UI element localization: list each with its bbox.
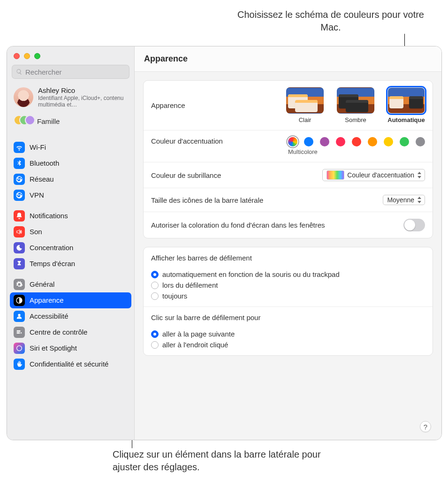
- radio-label: lors du défilement: [162, 281, 218, 289]
- person-icon: [14, 311, 25, 322]
- search-input[interactable]: Rechercher: [12, 65, 129, 79]
- bluetooth-icon: [14, 158, 25, 169]
- speaker-icon: [14, 226, 25, 237]
- content-area: Apparence Apparence ClairSombreAutomatiq…: [135, 46, 441, 440]
- theme-option-dark[interactable]: Sombre: [337, 87, 374, 123]
- account-subtitle: Identifiant Apple, iCloud+, contenu mult…: [38, 95, 128, 108]
- radio-icon: [151, 271, 159, 278]
- row-scrollbar-click: Clic sur la barre de défilement pour all…: [144, 307, 433, 355]
- sidebar-item-label: Bluetooth: [30, 159, 59, 167]
- radio-label: toujours: [162, 292, 187, 300]
- accent-color-options: [288, 137, 425, 146]
- radio-icon: [151, 341, 159, 349]
- scrollbars-option-always[interactable]: toujours: [151, 292, 425, 300]
- sidebar-item-controlcenter[interactable]: Centre de contrôle: [10, 324, 131, 340]
- accent-multicolor[interactable]: [288, 137, 297, 146]
- callout-top: Choisissez le schéma de couleurs pour vo…: [237, 8, 425, 34]
- sidebar-item-general[interactable]: Général: [10, 276, 131, 292]
- row-accent: Couleur d'accentuation Multicolore: [144, 130, 433, 162]
- sidebar-item-label: Concentration: [30, 244, 73, 252]
- row-wallpaper-tint: Autoriser la coloration du fond d'écran …: [144, 212, 433, 238]
- highlight-value: Couleur d'accentuation: [347, 171, 414, 179]
- sidebar-item-appearance[interactable]: Apparence: [10, 292, 131, 308]
- scrollbars-option-scrolling[interactable]: lors du défilement: [151, 281, 425, 289]
- sidebar-item-label: Accessibilité: [30, 312, 68, 320]
- sidebar-item-siri[interactable]: Siri et Spotlight: [10, 340, 131, 356]
- accent-blue[interactable]: [304, 137, 313, 146]
- theme-label: Clair: [286, 116, 324, 123]
- callout-bottom: Cliquez sur un élément dans la barre lat…: [113, 448, 347, 474]
- avatar: [14, 87, 33, 107]
- sidebar-size-value: Moyenne: [387, 196, 414, 204]
- switches-icon: [14, 327, 25, 338]
- wallpaper-tint-toggle[interactable]: [403, 219, 425, 231]
- sidebar-size-select[interactable]: Moyenne: [383, 195, 425, 205]
- row-label-wallpaper-tint: Autoriser la coloration du fond d'écran …: [151, 221, 325, 229]
- minimize-button[interactable]: [24, 53, 30, 59]
- zoom-button[interactable]: [34, 53, 40, 59]
- search-icon: [16, 69, 23, 75]
- settings-scroll: Apparence ClairSombreAutomatique Couleur…: [135, 72, 441, 440]
- row-label-sidebar-size: Taille des icônes de la barre latérale: [151, 196, 263, 204]
- accent-yellow[interactable]: [384, 137, 393, 146]
- sidebar-item-network[interactable]: Réseau: [10, 171, 131, 187]
- wifi-icon: [14, 142, 25, 153]
- highlight-select[interactable]: Couleur d'accentuation: [322, 169, 425, 181]
- sidebar-item-notifications[interactable]: Notifications: [10, 208, 131, 224]
- accent-purple[interactable]: [320, 137, 329, 146]
- row-label-scrollbars: Afficher les barres de défilement: [151, 254, 425, 262]
- sidebar-item-label: Son: [30, 228, 42, 236]
- row-scrollbars: Afficher les barres de défilement automa…: [144, 247, 433, 307]
- sidebar-item-label: Wi-Fi: [30, 143, 46, 151]
- theme-label: Sombre: [337, 116, 374, 123]
- sidebar-item-privacy[interactable]: Confidentialité et sécurité: [10, 356, 131, 372]
- sidebar-item-label: Siri et Spotlight: [30, 344, 77, 352]
- contrast-icon: [14, 295, 25, 306]
- accent-graphite[interactable]: [416, 137, 425, 146]
- family-row[interactable]: Famille: [7, 111, 134, 135]
- theme-option-auto[interactable]: Automatique: [387, 87, 425, 123]
- row-appearance: Apparence ClairSombreAutomatique: [144, 81, 433, 130]
- apple-id-row[interactable]: Ashley Rico Identifiant Apple, iCloud+, …: [7, 84, 134, 111]
- sidebar-item-screentime[interactable]: Temps d'écran: [10, 256, 131, 272]
- row-label-accent: Couleur d'accentuation: [151, 137, 223, 145]
- scrollbars-option-auto[interactable]: automatiquement en fonction de la souris…: [151, 270, 425, 278]
- row-highlight: Couleur de subrillance Couleur d'accentu…: [144, 162, 433, 188]
- titlebar: Apparence: [135, 46, 441, 72]
- sidebar-item-sound[interactable]: Son: [10, 224, 131, 240]
- radio-icon: [151, 330, 159, 338]
- radio-icon: [151, 282, 159, 289]
- account-name: Ashley Rico: [38, 86, 128, 95]
- sidebar-item-label: Confidentialité et sécurité: [30, 360, 108, 368]
- help-button[interactable]: ?: [420, 421, 431, 432]
- accent-orange[interactable]: [368, 137, 377, 146]
- chevron-updown-icon: [417, 171, 422, 179]
- highlight-preview-icon: [327, 170, 344, 180]
- family-icon: [14, 115, 33, 128]
- accent-red[interactable]: [352, 137, 361, 146]
- sidebar-item-vpn[interactable]: VPN: [10, 187, 131, 203]
- family-label: Famille: [37, 117, 60, 125]
- scrollbar-click-option-page[interactable]: aller à la page suivante: [151, 330, 425, 338]
- sidebar-item-label: Temps d'écran: [30, 260, 75, 268]
- window-controls: [7, 46, 134, 62]
- moon-icon: [14, 242, 25, 253]
- sidebar-item-label: VPN: [30, 191, 44, 199]
- row-label-scrollbar-click: Clic sur la barre de défilement pour: [151, 314, 425, 321]
- sidebar-list: Wi-FiBluetoothRéseauVPNNotificationsSonC…: [7, 135, 134, 440]
- theme-option-light[interactable]: Clair: [286, 87, 324, 123]
- sidebar-item-wifi[interactable]: Wi-Fi: [10, 139, 131, 155]
- accent-pink[interactable]: [336, 137, 345, 146]
- hourglass-icon: [14, 258, 25, 269]
- close-button[interactable]: [14, 53, 20, 59]
- sidebar-item-label: Général: [30, 280, 54, 288]
- accent-green[interactable]: [400, 137, 409, 146]
- sidebar: Rechercher Ashley Rico Identifiant Apple…: [7, 46, 135, 440]
- sidebar-item-bluetooth[interactable]: Bluetooth: [10, 155, 131, 171]
- row-label-highlight: Couleur de subrillance: [151, 171, 221, 179]
- page-title: Apparence: [144, 54, 188, 64]
- sidebar-item-focus[interactable]: Concentration: [10, 240, 131, 256]
- radio-icon: [151, 292, 159, 300]
- sidebar-item-accessibility[interactable]: Accessibilité: [10, 308, 131, 324]
- scrollbar-click-option-spot[interactable]: aller à l'endroit cliqué: [151, 341, 425, 349]
